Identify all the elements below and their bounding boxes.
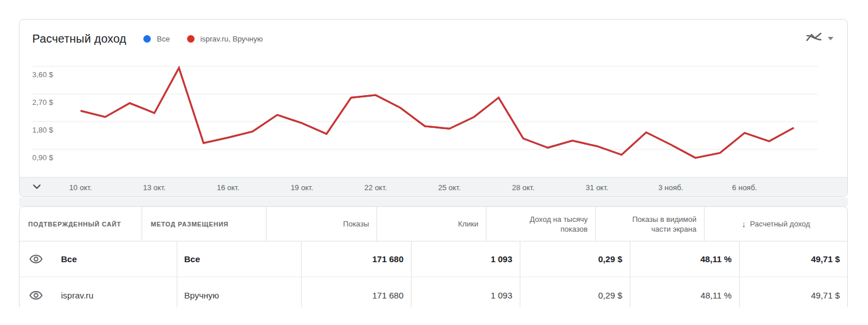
chart-type-selector-button[interactable]	[806, 32, 833, 46]
y-axis-tick-label: 3,60 $	[32, 70, 53, 79]
chart-card-header: Расчетный доход Все isprav.ru, Вручную	[20, 20, 847, 58]
table-header-row: ПОДТВЕРЖДЕННЫЙ САЙТ МЕТОД РАЗМЕЩЕНИЯ Пок…	[20, 207, 847, 241]
legend-label: isprav.ru, Вручную	[200, 35, 263, 43]
chevron-down-icon	[31, 180, 43, 195]
rpm-cell: 0,29 $	[520, 277, 630, 307]
table-row-isprav[interactable]: isprav.ru Вручную 171 680 1 093 0,29 $ 4…	[20, 277, 847, 307]
series-line-isprav.ru, Вручную	[81, 68, 794, 158]
card-divider-strip	[19, 198, 848, 206]
visibility-toggle-button[interactable]	[29, 252, 43, 266]
column-header-earnings-sorted[interactable]: ↓ Расчетный доход	[704, 207, 847, 241]
method-cell: Все	[177, 241, 301, 277]
multiline-chart-icon	[806, 32, 822, 46]
x-axis-tick-label: 28 окт.	[512, 183, 534, 192]
sort-descending-icon: ↓	[742, 219, 747, 229]
caret-down-icon	[828, 37, 833, 40]
x-axis-tick-label: 25 окт.	[438, 183, 460, 192]
x-axis-tick-label: 19 окт.	[291, 183, 313, 192]
chart-canvas	[20, 58, 847, 177]
x-axis-tick-label: 3 нояб.	[658, 183, 683, 192]
legend-item-isprav: isprav.ru, Вручную	[187, 35, 263, 43]
adsense-report-page: { "card": { "title": "Расчетный доход", …	[0, 0, 868, 325]
report-table-card: ПОДТВЕРЖДЕННЫЙ САЙТ МЕТОД РАЗМЕЩЕНИЯ Пок…	[19, 206, 848, 307]
eye-icon	[29, 288, 43, 303]
impressions-cell: 171 680	[301, 241, 411, 277]
site-name: isprav.ru	[61, 290, 93, 300]
series-line-Все	[81, 68, 794, 158]
rpm-cell: 0,29 $	[520, 241, 630, 277]
x-axis-tick-label: 16 окт.	[217, 183, 239, 192]
legend-label: Все	[157, 35, 169, 43]
y-axis-tick-label: 0,90 $	[32, 153, 53, 162]
legend-dot-blue	[143, 35, 151, 43]
estimated-earnings-card: Расчетный доход Все isprav.ru, Вручную	[19, 19, 848, 197]
table-row-all[interactable]: Все Все 171 680 1 093 0,29 $ 48,11 % 49,…	[20, 241, 847, 277]
x-axis-bar: 10 окт.13 окт.16 окт.19 окт.22 окт.25 ок…	[20, 177, 847, 197]
collapse-chart-button[interactable]	[29, 182, 44, 194]
page-title: Расчетный доход	[32, 32, 126, 46]
column-header-method[interactable]: МЕТОД РАЗМЕЩЕНИЯ	[142, 207, 266, 241]
viewability-cell: 48,11 %	[630, 241, 739, 277]
x-axis-tick-label: 31 окт.	[586, 183, 608, 192]
chart-legend: Все isprav.ru, Вручную	[143, 35, 262, 43]
legend-dot-red	[187, 35, 195, 43]
earnings-cell: 49,71 $	[739, 241, 847, 277]
column-header-viewability[interactable]: Показы в видимой части экрана	[595, 207, 704, 241]
earnings-line-chart: 0,90 $1,80 $2,70 $3,60 $	[20, 58, 847, 177]
column-header-rpm[interactable]: Доход на тысячу показов	[486, 207, 595, 241]
column-header-site[interactable]: ПОДТВЕРЖДЕННЫЙ САЙТ	[20, 207, 142, 241]
x-axis-tick-label: 22 окт.	[364, 183, 387, 192]
eye-icon	[29, 252, 43, 266]
method-cell: Вручную	[177, 277, 301, 307]
site-name: Все	[61, 254, 77, 264]
column-header-clicks[interactable]: Клики	[376, 207, 486, 241]
impressions-cell: 171 680	[301, 277, 411, 307]
x-axis-tick-label: 6 нояб.	[732, 183, 757, 192]
x-axis-tick-label: 13 окт.	[143, 183, 166, 192]
earnings-cell: 49,71 $	[739, 277, 847, 307]
viewability-cell: 48,11 %	[630, 277, 739, 307]
column-header-impressions[interactable]: Показы	[266, 207, 376, 241]
x-axis-tick-label: 10 окт.	[69, 183, 92, 192]
clicks-cell: 1 093	[411, 277, 520, 307]
y-axis-tick-label: 1,80 $	[32, 126, 53, 134]
y-axis-tick-label: 2,70 $	[32, 98, 53, 107]
legend-item-all: Все	[143, 35, 169, 43]
visibility-toggle-button[interactable]	[29, 288, 43, 303]
clicks-cell: 1 093	[411, 241, 520, 277]
